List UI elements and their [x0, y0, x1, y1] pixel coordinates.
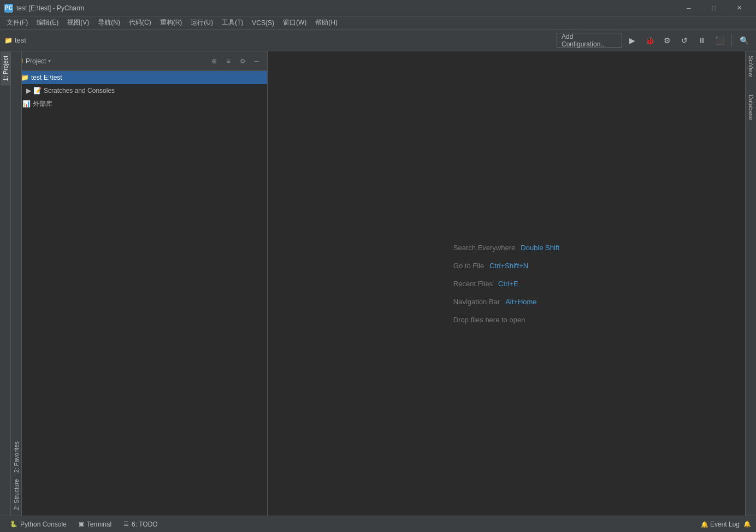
- menu-item-视图V[interactable]: 视图(V): [63, 16, 93, 29]
- project-panel: 📁 Project ▾ ⊕ ≡ ⚙ ─ ▾ 📁 test E:\test ▶ 📝…: [11, 51, 268, 516]
- event-log-text: Event Log: [710, 521, 740, 528]
- project-tree: ▾ 📁 test E:\test ▶ 📝 Scratches and Conso…: [11, 71, 267, 110]
- hint-nav-key: Alt+Home: [505, 298, 536, 306]
- menu-item-文件F[interactable]: 文件(F): [2, 16, 32, 29]
- coverage-button[interactable]: ↺: [677, 33, 692, 48]
- hint-recent-files: Recent Files Ctrl+E: [453, 280, 559, 288]
- maximize-button[interactable]: □: [701, 0, 727, 16]
- editor-area: Search Everywhere Double Shift Go to Fil…: [268, 51, 745, 516]
- project-title-label: Project: [26, 57, 46, 65]
- menu-item-帮助H[interactable]: 帮助(H): [311, 16, 342, 29]
- project-settings-button[interactable]: ⚙: [237, 55, 249, 67]
- python-console-label: Python Console: [20, 521, 67, 528]
- tree-item-scratches-label: Scratches and Consoles: [44, 87, 115, 94]
- project-title-chevron[interactable]: ▾: [48, 58, 51, 64]
- ext-libs-icon: 📊: [22, 100, 31, 108]
- terminal-label: Terminal: [87, 521, 111, 528]
- event-log-label[interactable]: 🔔 Event Log: [701, 521, 740, 528]
- favorites-tab[interactable]: 2: Favorites: [11, 438, 21, 476]
- search-everywhere-button[interactable]: 🔍: [736, 33, 752, 48]
- menu-item-窗口W[interactable]: 窗口(W): [279, 16, 311, 29]
- bottom-tab-python-console[interactable]: 🐍 Python Console: [4, 517, 72, 531]
- profile-button[interactable]: ⚙: [659, 33, 675, 48]
- locate-file-button[interactable]: ⊕: [208, 55, 220, 67]
- collapse-all-button[interactable]: ≡: [222, 55, 234, 67]
- tree-item-external-libs[interactable]: ▶ 📊 外部库: [11, 97, 267, 110]
- hint-nav-text: Navigation Bar: [453, 298, 500, 306]
- hint-drop-text: Drop files here to open: [453, 316, 525, 324]
- hint-drop-files: Drop files here to open: [453, 316, 559, 324]
- bottom-tab-terminal[interactable]: ▣ Terminal: [73, 517, 117, 531]
- bottom-bar: 🐍 Python Console ▣ Terminal ☰ 6: TODO 🔔 …: [0, 516, 756, 532]
- project-panel-title: 📁 Project ▾: [15, 57, 205, 65]
- menu-item-运行U[interactable]: 运行(U): [186, 16, 217, 29]
- hint-goto-key: Ctrl+Shift+N: [489, 262, 528, 270]
- project-header-icons: ⊕ ≡ ⚙ ─: [208, 55, 263, 67]
- debug-button[interactable]: 🐞: [642, 33, 657, 48]
- event-log-icon: 🔔: [701, 521, 708, 528]
- tree-item-scratches[interactable]: ▶ 📝 Scratches and Consoles: [11, 84, 267, 97]
- close-button[interactable]: ✕: [727, 0, 752, 16]
- hint-navigation-bar: Navigation Bar Alt+Home: [453, 298, 559, 306]
- hint-search-key: Double Shift: [521, 244, 559, 252]
- minimize-button[interactable]: ─: [676, 0, 701, 16]
- left-structure-strip: 2: Favorites 2: Structure: [11, 51, 22, 516]
- bottom-tab-todo[interactable]: ☰ 6: TODO: [118, 517, 163, 531]
- pause-button[interactable]: ⏸: [694, 33, 710, 48]
- tree-item-external-libs-label: 外部库: [33, 99, 52, 109]
- add-configuration-button[interactable]: Add Configuration...: [557, 33, 622, 48]
- window-title: test [E:\test] - PyCharm: [16, 4, 676, 12]
- tree-item-test-folder[interactable]: ▾ 📁 test E:\test: [11, 71, 267, 84]
- python-console-icon: 🐍: [10, 521, 17, 528]
- hint-search-everywhere: Search Everywhere Double Shift: [453, 244, 559, 252]
- notifications-icon[interactable]: 🔔: [743, 520, 752, 529]
- hint-goto-file: Go to File Ctrl+Shift+N: [453, 262, 559, 270]
- right-tab-sciview[interactable]: SciView: [746, 51, 756, 81]
- close-project-panel-button[interactable]: ─: [251, 55, 263, 67]
- hint-recent-text: Recent Files: [453, 280, 493, 288]
- menu-item-重构R[interactable]: 重构(R): [156, 16, 187, 29]
- scratches-icon: 📝: [33, 87, 42, 94]
- menu-item-工具T[interactable]: 工具(T): [217, 16, 247, 29]
- left-sidebar-tabs: 1: Project: [0, 51, 11, 516]
- window-controls: ─ □ ✕: [676, 0, 752, 16]
- hint-recent-key: Ctrl+E: [498, 280, 518, 288]
- sidebar-item-project[interactable]: 1: Project: [1, 51, 10, 85]
- titlebar: PC test [E:\test] - PyCharm ─ □ ✕: [0, 0, 756, 16]
- project-panel-header: 📁 Project ▾ ⊕ ≡ ⚙ ─: [11, 51, 267, 71]
- right-sidebar: SciView Database: [745, 51, 756, 516]
- project-name: test: [15, 36, 26, 44]
- menu-item-代码C[interactable]: 代码(C): [125, 16, 156, 29]
- right-tab-database[interactable]: Database: [746, 90, 756, 125]
- menu-item-编辑E[interactable]: 编辑(E): [32, 16, 63, 29]
- toolbar: 📁 test Add Configuration... ▶ 🐞 ⚙ ↺ ⏸ ⬛ …: [0, 29, 756, 51]
- run-button[interactable]: ▶: [624, 33, 640, 48]
- menubar: 文件(F)编辑(E)视图(V)导航(N)代码(C)重构(R)运行(U)工具(T)…: [0, 16, 756, 29]
- stop-button[interactable]: ⬛: [712, 33, 727, 48]
- menu-item-导航N[interactable]: 导航(N): [93, 16, 125, 29]
- structure-tab[interactable]: 2: Structure: [11, 476, 21, 513]
- editor-hints: Search Everywhere Double Shift Go to Fil…: [453, 244, 559, 324]
- app-icon: PC: [4, 4, 13, 13]
- tree-item-label: test E:\test: [31, 74, 62, 81]
- project-folder-label: 📁 test: [4, 36, 26, 44]
- main-layout: 1: Project 📁 Project ▾ ⊕ ≡ ⚙ ─ ▾ 📁 test …: [0, 51, 756, 516]
- hint-search-text: Search Everywhere: [453, 244, 515, 252]
- tree-expand-icon-scratches: ▶: [26, 87, 31, 94]
- folder-icon: 📁: [4, 37, 13, 44]
- bottom-right-area: 🔔 Event Log 🔔: [701, 520, 752, 529]
- todo-icon: ☰: [123, 521, 129, 528]
- terminal-icon: ▣: [79, 521, 84, 528]
- hint-goto-text: Go to File: [453, 262, 484, 270]
- folder-icon: 📁: [21, 74, 29, 81]
- menu-item-VCSS[interactable]: VCS(S): [247, 16, 279, 29]
- todo-label: 6: TODO: [132, 521, 158, 528]
